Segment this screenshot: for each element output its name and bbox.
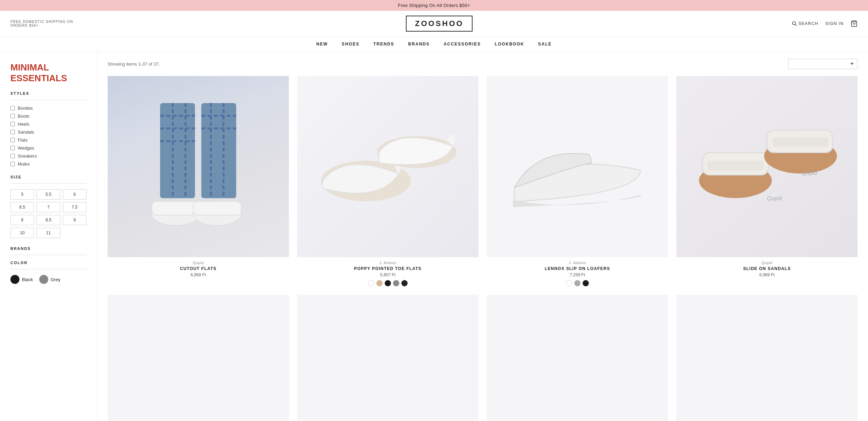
product-card[interactable]: J. AdamsLENNOX SLIP ON LOAFERS7,259 Ft	[487, 76, 668, 286]
style-filter-label: Sandals	[18, 129, 34, 135]
product-color-dot[interactable]	[368, 280, 374, 286]
style-filter-item[interactable]: Sneakers	[10, 153, 86, 159]
product-image-wrap	[297, 76, 478, 257]
product-image	[297, 295, 478, 421]
svg-rect-3	[160, 103, 195, 198]
style-filter-label: Heels	[18, 121, 29, 127]
main-content: Showing items 1-37 of 37. Featured Price…	[97, 52, 868, 421]
svg-text:Qupid: Qupid	[767, 195, 782, 201]
svg-rect-22	[708, 161, 763, 171]
product-card[interactable]	[297, 295, 478, 421]
product-color-dot[interactable]	[583, 280, 589, 286]
color-label: Grey	[51, 277, 60, 282]
cart-icon[interactable]	[851, 20, 858, 27]
svg-rect-17	[193, 201, 241, 215]
product-price: 6,969 Ft	[108, 272, 289, 277]
product-brand: Qupid	[676, 261, 858, 265]
product-color-dot[interactable]	[376, 280, 383, 286]
style-filter-label: Flats	[18, 137, 27, 143]
nav-item-trends[interactable]: TRENDS	[373, 42, 394, 47]
style-filter-item[interactable]: Sandals	[10, 129, 86, 135]
product-card[interactable]	[676, 295, 858, 421]
size-filter-button[interactable]: 10	[10, 228, 34, 238]
style-filter-item[interactable]: Mules	[10, 161, 86, 167]
product-color-dot[interactable]	[393, 280, 399, 286]
style-checkbox[interactable]	[10, 106, 15, 110]
product-card[interactable]: J. AdamsPOPPY POINTED TOE FLATS5,807 Ft	[297, 76, 478, 286]
color-filter-option[interactable]: Grey	[39, 275, 60, 284]
page-body: MINIMALESSENTIALS STYLES BootiesBootsHee…	[0, 52, 868, 421]
color-swatch	[39, 275, 48, 284]
product-color-dot[interactable]	[574, 280, 581, 286]
color-divider	[10, 269, 86, 269]
style-checkbox[interactable]	[10, 122, 15, 126]
product-color-dot[interactable]	[401, 280, 408, 286]
product-image	[108, 76, 289, 257]
size-filter-button[interactable]: 8.5	[36, 215, 60, 225]
nav-item-new[interactable]: NEW	[316, 42, 328, 47]
style-checkbox[interactable]	[10, 138, 15, 142]
product-image-wrap	[297, 295, 478, 421]
product-card[interactable]	[108, 295, 289, 421]
style-filter-label: Booties	[18, 106, 33, 111]
color-label: Black	[22, 277, 33, 282]
product-image-wrap	[487, 76, 668, 257]
sidebar: MINIMALESSENTIALS STYLES BootiesBootsHee…	[0, 52, 97, 421]
product-name: SLIDE ON SANDALS	[676, 266, 858, 271]
size-filter-button[interactable]: 7.5	[63, 202, 86, 212]
style-filter-item[interactable]: Wedges	[10, 145, 86, 151]
announcement-text: Free Shipping On All Orders $50+	[398, 3, 470, 8]
search-button[interactable]: SEARCH	[792, 21, 818, 26]
style-filter-label: Sneakers	[18, 153, 37, 159]
nav-item-accessories[interactable]: ACCESSORIES	[444, 42, 481, 47]
style-checkbox[interactable]	[10, 162, 15, 166]
product-image-wrap: Qupid Qupid	[676, 76, 858, 257]
nav-item-brands[interactable]: BRANDS	[408, 42, 429, 47]
nav-item-lookbook[interactable]: LOOKBOOK	[495, 42, 524, 47]
site-header: FREE DOMESTIC SHIPPING ON ORDERS $50+ ZO…	[0, 11, 868, 37]
product-color-dots	[297, 280, 478, 286]
product-color-dot[interactable]	[566, 280, 572, 286]
product-image	[297, 76, 478, 257]
style-checkbox[interactable]	[10, 130, 15, 134]
size-filter-button[interactable]: 7	[36, 202, 60, 212]
product-grid: QupidCUTOUT FLATS6,969 Ft J. AdamsPOPPY …	[108, 76, 858, 421]
site-logo[interactable]: ZOOSHOO	[406, 16, 473, 32]
svg-rect-4	[201, 103, 236, 198]
header-shipping-note: FREE DOMESTIC SHIPPING ON ORDERS $50+	[10, 20, 87, 27]
size-filter-label: SIZE	[10, 175, 86, 179]
sort-select[interactable]: Featured Price: Low to High Price: High …	[788, 59, 858, 69]
color-filter-option[interactable]: Black	[10, 275, 33, 284]
style-filter-item[interactable]: Flats	[10, 137, 86, 143]
style-filter-item[interactable]: Boots	[10, 113, 86, 119]
product-card[interactable]: Qupid Qupid QupidSLIDE ON SANDALS6,969 F…	[676, 76, 858, 286]
size-filter-button[interactable]: 6	[63, 189, 86, 200]
product-color-dot[interactable]	[385, 280, 391, 286]
header-actions: SEARCH SIGN IN	[792, 20, 858, 27]
brands-filter-label: BRANDS	[10, 246, 86, 251]
product-name: CUTOUT FLATS	[108, 266, 289, 271]
style-filter-item[interactable]: Heels	[10, 121, 86, 127]
size-filter-button[interactable]: 9	[63, 215, 86, 225]
size-filter-button[interactable]: 8	[10, 215, 34, 225]
styles-filter-label: STYLES	[10, 91, 86, 95]
product-name: POPPY POINTED TOE FLATS	[297, 266, 478, 271]
color-filter-section: COLOR BlackGrey	[10, 261, 86, 284]
size-filter-button[interactable]: 6.5	[10, 202, 34, 212]
style-filter-item[interactable]: Booties	[10, 106, 86, 111]
size-filter-button[interactable]: 5.5	[36, 189, 60, 200]
product-card[interactable]: QupidCUTOUT FLATS6,969 Ft	[108, 76, 289, 286]
product-card[interactable]: SALE	[487, 295, 668, 421]
product-image	[487, 295, 668, 421]
style-checkbox[interactable]	[10, 154, 15, 158]
style-checkbox[interactable]	[10, 146, 15, 150]
nav-item-shoes[interactable]: SHOES	[342, 42, 359, 47]
style-filter-label: Wedges	[18, 145, 34, 151]
product-color-dots	[487, 280, 668, 286]
size-filter-button[interactable]: 11	[36, 228, 60, 238]
brands-divider	[10, 255, 86, 255]
style-checkbox[interactable]	[10, 114, 15, 118]
signin-button[interactable]: SIGN IN	[825, 21, 844, 26]
nav-item-sale[interactable]: SALE	[538, 42, 552, 47]
size-filter-button[interactable]: 5	[10, 189, 34, 200]
